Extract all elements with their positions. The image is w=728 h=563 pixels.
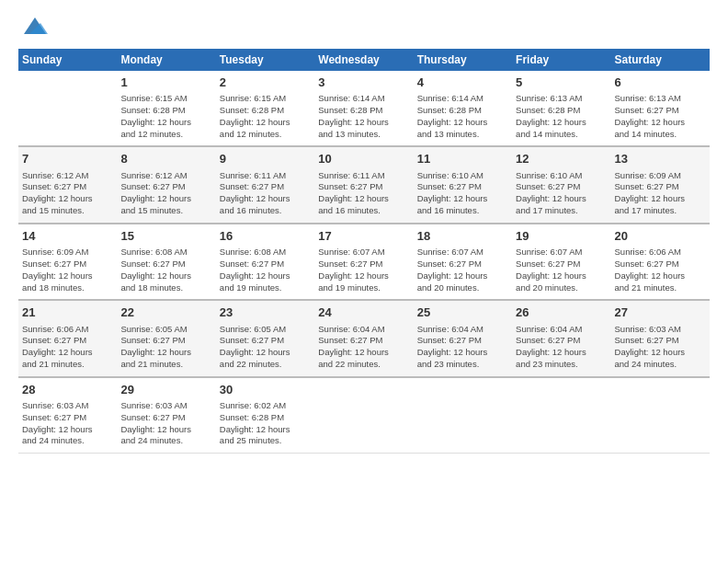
day-number: 6 [615, 75, 706, 91]
day-info: Sunrise: 6:05 AM Sunset: 6:27 PM Dayligh… [220, 324, 311, 371]
calendar-cell [414, 377, 512, 454]
day-info: Sunrise: 6:04 AM Sunset: 6:27 PM Dayligh… [318, 324, 409, 371]
day-number: 3 [318, 75, 409, 91]
day-info: Sunrise: 6:04 AM Sunset: 6:27 PM Dayligh… [417, 324, 508, 371]
day-number: 10 [318, 151, 409, 167]
day-info: Sunrise: 6:07 AM Sunset: 6:27 PM Dayligh… [318, 247, 409, 293]
day-number: 13 [615, 151, 706, 167]
day-number: 29 [120, 382, 211, 398]
day-info: Sunrise: 6:09 AM Sunset: 6:27 PM Dayligh… [22, 247, 113, 293]
calendar-table: SundayMondayTuesdayWednesdayThursdayFrid… [18, 49, 710, 454]
day-info: Sunrise: 6:15 AM Sunset: 6:28 PM Dayligh… [220, 93, 311, 140]
calendar-cell [611, 377, 710, 454]
day-number: 23 [220, 304, 311, 321]
day-number: 26 [516, 304, 607, 321]
day-number: 4 [417, 75, 508, 91]
calendar-cell: 22Sunrise: 6:05 AM Sunset: 6:27 PM Dayli… [117, 300, 215, 376]
calendar-cell: 15Sunrise: 6:08 AM Sunset: 6:27 PM Dayli… [117, 224, 215, 300]
calendar-cell: 23Sunrise: 6:05 AM Sunset: 6:27 PM Dayli… [216, 300, 314, 376]
day-info: Sunrise: 6:04 AM Sunset: 6:27 PM Dayligh… [516, 324, 607, 371]
header-row: SundayMondayTuesdayWednesdayThursdayFrid… [18, 49, 710, 71]
calendar-cell: 6Sunrise: 6:13 AM Sunset: 6:27 PM Daylig… [611, 71, 710, 146]
header-day-wednesday: Wednesday [314, 49, 413, 71]
day-info: Sunrise: 6:14 AM Sunset: 6:28 PM Dayligh… [318, 93, 409, 140]
week-row-4: 21Sunrise: 6:06 AM Sunset: 6:27 PM Dayli… [18, 300, 710, 376]
calendar-cell: 26Sunrise: 6:04 AM Sunset: 6:27 PM Dayli… [512, 300, 610, 376]
day-info: Sunrise: 6:02 AM Sunset: 6:28 PM Dayligh… [220, 400, 311, 447]
day-info: Sunrise: 6:07 AM Sunset: 6:27 PM Dayligh… [417, 247, 508, 293]
day-info: Sunrise: 6:11 AM Sunset: 6:27 PM Dayligh… [220, 170, 311, 217]
day-number: 11 [417, 151, 508, 167]
day-number: 22 [120, 304, 211, 321]
day-info: Sunrise: 6:11 AM Sunset: 6:27 PM Dayligh… [318, 170, 409, 217]
day-info: Sunrise: 6:06 AM Sunset: 6:27 PM Dayligh… [615, 247, 706, 293]
calendar-cell: 29Sunrise: 6:03 AM Sunset: 6:27 PM Dayli… [117, 377, 215, 454]
calendar-cell: 16Sunrise: 6:08 AM Sunset: 6:27 PM Dayli… [216, 224, 314, 300]
day-info: Sunrise: 6:05 AM Sunset: 6:27 PM Dayligh… [120, 324, 211, 371]
day-number: 17 [318, 228, 409, 245]
day-number: 12 [516, 151, 607, 167]
calendar-cell: 13Sunrise: 6:09 AM Sunset: 6:27 PM Dayli… [611, 146, 710, 223]
calendar-cell: 8Sunrise: 6:12 AM Sunset: 6:27 PM Daylig… [117, 146, 215, 223]
day-number: 8 [120, 151, 211, 167]
day-number: 7 [22, 151, 113, 167]
day-number: 21 [22, 304, 113, 321]
header-day-sunday: Sunday [18, 49, 117, 71]
calendar-cell: 24Sunrise: 6:04 AM Sunset: 6:27 PM Dayli… [314, 300, 413, 376]
day-info: Sunrise: 6:08 AM Sunset: 6:27 PM Dayligh… [120, 247, 211, 293]
day-info: Sunrise: 6:03 AM Sunset: 6:27 PM Dayligh… [120, 400, 211, 447]
day-info: Sunrise: 6:08 AM Sunset: 6:27 PM Dayligh… [220, 247, 311, 293]
header-day-tuesday: Tuesday [216, 49, 314, 71]
calendar-cell [314, 377, 413, 454]
day-info: Sunrise: 6:10 AM Sunset: 6:27 PM Dayligh… [417, 170, 508, 217]
week-row-5: 28Sunrise: 6:03 AM Sunset: 6:27 PM Dayli… [18, 377, 710, 454]
calendar-cell: 9Sunrise: 6:11 AM Sunset: 6:27 PM Daylig… [216, 146, 314, 223]
calendar-cell: 12Sunrise: 6:10 AM Sunset: 6:27 PM Dayli… [512, 146, 610, 223]
calendar-cell: 1Sunrise: 6:15 AM Sunset: 6:28 PM Daylig… [117, 71, 215, 146]
calendar-cell: 7Sunrise: 6:12 AM Sunset: 6:27 PM Daylig… [18, 146, 117, 223]
day-info: Sunrise: 6:13 AM Sunset: 6:28 PM Dayligh… [516, 93, 607, 140]
day-info: Sunrise: 6:03 AM Sunset: 6:27 PM Dayligh… [615, 324, 706, 371]
logo-icon [22, 14, 48, 40]
day-number: 16 [220, 228, 311, 245]
header-day-friday: Friday [512, 49, 610, 71]
day-number: 20 [615, 228, 706, 245]
calendar-cell: 19Sunrise: 6:07 AM Sunset: 6:27 PM Dayli… [512, 224, 610, 300]
day-number: 27 [615, 304, 706, 321]
calendar-cell: 25Sunrise: 6:04 AM Sunset: 6:27 PM Dayli… [414, 300, 512, 376]
header [18, 14, 710, 40]
day-number: 28 [22, 382, 113, 398]
calendar-cell: 27Sunrise: 6:03 AM Sunset: 6:27 PM Dayli… [611, 300, 710, 376]
day-info: Sunrise: 6:03 AM Sunset: 6:27 PM Dayligh… [22, 400, 113, 447]
week-row-3: 14Sunrise: 6:09 AM Sunset: 6:27 PM Dayli… [18, 224, 710, 300]
calendar-cell: 5Sunrise: 6:13 AM Sunset: 6:28 PM Daylig… [512, 71, 610, 146]
day-info: Sunrise: 6:12 AM Sunset: 6:27 PM Dayligh… [120, 170, 211, 217]
page: SundayMondayTuesdayWednesdayThursdayFrid… [0, 0, 728, 563]
day-number: 19 [516, 228, 607, 245]
week-row-1: 1Sunrise: 6:15 AM Sunset: 6:28 PM Daylig… [18, 71, 710, 146]
header-day-thursday: Thursday [414, 49, 512, 71]
day-number: 5 [516, 75, 607, 91]
calendar-cell: 18Sunrise: 6:07 AM Sunset: 6:27 PM Dayli… [414, 224, 512, 300]
calendar-cell: 11Sunrise: 6:10 AM Sunset: 6:27 PM Dayli… [414, 146, 512, 223]
day-number: 2 [220, 75, 311, 91]
calendar-cell [18, 71, 117, 146]
day-info: Sunrise: 6:15 AM Sunset: 6:28 PM Dayligh… [120, 93, 211, 140]
header-day-monday: Monday [117, 49, 215, 71]
calendar-cell: 4Sunrise: 6:14 AM Sunset: 6:28 PM Daylig… [414, 71, 512, 146]
calendar-cell: 28Sunrise: 6:03 AM Sunset: 6:27 PM Dayli… [18, 377, 117, 454]
calendar-cell: 2Sunrise: 6:15 AM Sunset: 6:28 PM Daylig… [216, 71, 314, 146]
day-info: Sunrise: 6:10 AM Sunset: 6:27 PM Dayligh… [516, 170, 607, 217]
calendar-cell: 21Sunrise: 6:06 AM Sunset: 6:27 PM Dayli… [18, 300, 117, 376]
calendar-cell: 14Sunrise: 6:09 AM Sunset: 6:27 PM Dayli… [18, 224, 117, 300]
day-number: 18 [417, 228, 508, 245]
calendar-cell: 30Sunrise: 6:02 AM Sunset: 6:28 PM Dayli… [216, 377, 314, 454]
day-number: 1 [120, 75, 211, 91]
calendar-cell: 10Sunrise: 6:11 AM Sunset: 6:27 PM Dayli… [314, 146, 413, 223]
logo [18, 14, 48, 40]
day-info: Sunrise: 6:07 AM Sunset: 6:27 PM Dayligh… [516, 247, 607, 293]
day-info: Sunrise: 6:13 AM Sunset: 6:27 PM Dayligh… [615, 93, 706, 140]
day-number: 30 [220, 382, 311, 398]
day-number: 15 [120, 228, 211, 245]
calendar-cell: 3Sunrise: 6:14 AM Sunset: 6:28 PM Daylig… [314, 71, 413, 146]
